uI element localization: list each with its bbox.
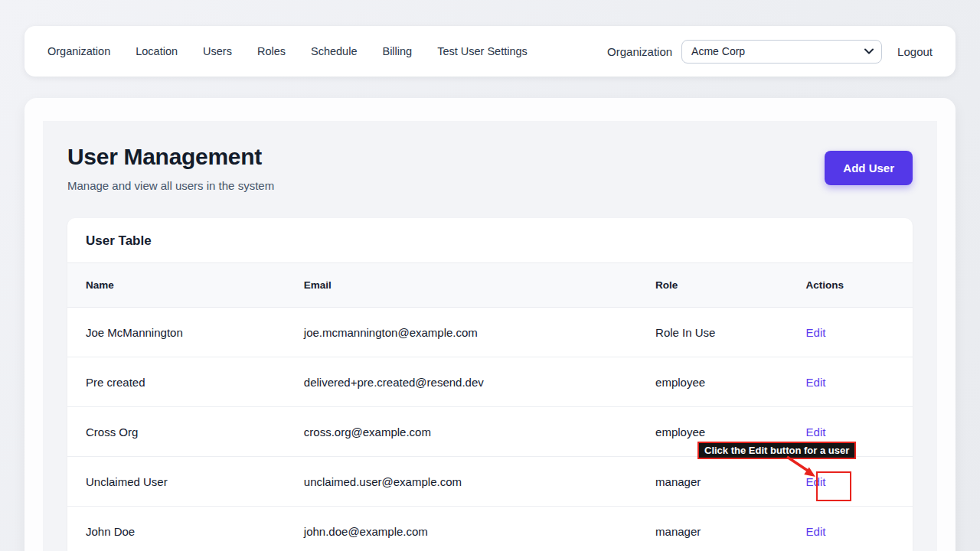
edit-link[interactable]: Edit [806, 425, 826, 439]
user-table-title: User Table [67, 218, 913, 262]
nav-item-location[interactable]: Location [136, 45, 178, 57]
table-row: Cross Org cross.org@example.com employee… [67, 407, 913, 457]
page-title: User Management [67, 144, 274, 170]
cell-name: Cross Org [67, 407, 286, 457]
table-row: Joe McMannington joe.mcmannington@exampl… [67, 308, 913, 357]
cell-role: manager [637, 457, 788, 507]
nav-item-organization[interactable]: Organization [47, 45, 110, 57]
cell-email: unclaimed.user@example.com [286, 457, 637, 507]
column-header-name: Name [67, 263, 286, 308]
nav-item-roles[interactable]: Roles [257, 45, 286, 57]
edit-link[interactable]: Edit [806, 376, 826, 389]
edit-link[interactable]: Edit [806, 525, 826, 538]
organization-select-label: Organization [607, 45, 672, 58]
cell-role: Role In Use [637, 308, 788, 357]
nav-item-billing[interactable]: Billing [382, 45, 412, 57]
table-row: John Doe john.doe@example.com manager Ed… [67, 507, 913, 551]
column-header-actions: Actions [788, 263, 913, 308]
content-panel: User Management Manage and view all user… [43, 121, 937, 551]
page-header-text: User Management Manage and view all user… [67, 144, 274, 192]
organization-select-wrap: Acme Corp [681, 40, 882, 64]
top-navbar: Organization Location Users Roles Schedu… [24, 26, 956, 77]
page-subtitle: Manage and view all users in the system [67, 179, 274, 192]
cell-email: delivered+pre.created@resend.dev [286, 357, 637, 407]
cell-role: employee [637, 357, 788, 407]
cell-role: manager [637, 507, 788, 551]
cell-role: employee [637, 407, 788, 457]
cell-email: cross.org@example.com [286, 407, 637, 457]
table-row: Pre created delivered+pre.created@resend… [67, 357, 913, 407]
cell-email: john.doe@example.com [286, 507, 637, 551]
user-management-page: { "nav": { "items": ["Organization", "Lo… [0, 0, 980, 551]
cell-name: Pre created [67, 357, 286, 407]
nav-item-schedule[interactable]: Schedule [311, 45, 357, 57]
cell-email: joe.mcmannington@example.com [286, 308, 637, 357]
table-row-unclaimed-user: Unclaimed User unclaimed.user@example.co… [67, 457, 913, 507]
column-header-role: Role [637, 263, 788, 308]
nav-item-users[interactable]: Users [203, 45, 232, 57]
logout-button[interactable]: Logout [897, 45, 933, 58]
page-header: User Management Manage and view all user… [67, 144, 913, 192]
organization-select[interactable]: Acme Corp [681, 40, 882, 64]
column-header-email: Email [286, 263, 637, 308]
add-user-button[interactable]: Add User [825, 151, 913, 185]
nav-right-group: Organization Acme Corp Logout [607, 40, 933, 64]
cell-name: Joe McMannington [67, 308, 286, 357]
edit-link-target[interactable]: Edit [806, 475, 826, 488]
user-table-card: User Table Name Email Role Actions Joe M… [67, 218, 913, 551]
cell-name: Unclaimed User [67, 457, 286, 507]
main-card: User Management Manage and view all user… [24, 98, 956, 551]
edit-link[interactable]: Edit [806, 326, 826, 339]
user-table: Name Email Role Actions Joe McMannington… [67, 262, 913, 551]
cell-name: John Doe [67, 507, 286, 551]
nav-item-test-user-settings[interactable]: Test User Settings [437, 45, 528, 57]
user-table-header: Name Email Role Actions [67, 263, 913, 308]
nav-links: Organization Location Users Roles Schedu… [47, 45, 528, 57]
